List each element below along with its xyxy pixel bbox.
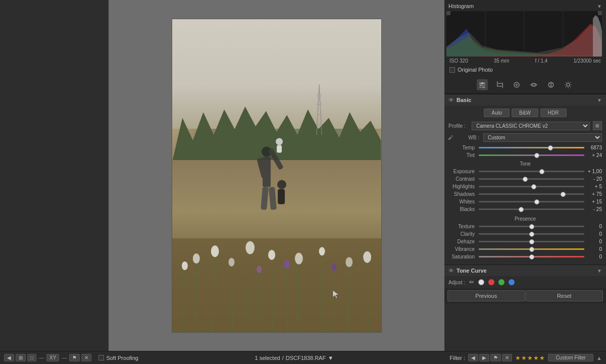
- basic-panel-content: Auto B&W HDR Profile : Camera CLASSIC CH…: [444, 106, 606, 265]
- tint-value: + 24: [584, 152, 602, 158]
- status-collapse-btn[interactable]: ▲: [596, 355, 602, 361]
- blacks-track[interactable]: [479, 209, 584, 210]
- original-photo-checkbox[interactable]: [449, 67, 455, 73]
- clarity-thumb[interactable]: [529, 232, 534, 237]
- profile-grid-btn[interactable]: ⊞: [593, 121, 602, 130]
- nav-reject-btn[interactable]: ✕: [502, 354, 512, 361]
- basic-panel-header[interactable]: 👁 Basic ▼: [444, 94, 606, 106]
- tc-dot-green[interactable]: [498, 279, 504, 285]
- texture-thumb[interactable]: [529, 224, 534, 229]
- tool-redeye-icon[interactable]: [528, 79, 539, 90]
- tool-heal-icon[interactable]: [511, 79, 522, 90]
- vibrance-thumb[interactable]: [529, 247, 534, 252]
- nav-flag-btn[interactable]: ⚑: [490, 354, 501, 361]
- dehaze-track[interactable]: [479, 241, 584, 242]
- tone-curve-header[interactable]: 👁 Tone Curve ▼: [444, 265, 606, 276]
- xy-btn[interactable]: XY: [46, 354, 59, 361]
- star-2[interactable]: ★: [521, 354, 527, 361]
- wb-eyedropper-icon[interactable]: 🖋: [448, 135, 453, 140]
- histogram-collapse-icon[interactable]: ▼: [597, 4, 602, 9]
- exif-aperture: f / 1,4: [535, 58, 547, 64]
- bw-button[interactable]: B&W: [512, 109, 538, 117]
- whites-track[interactable]: [479, 201, 584, 202]
- original-photo-row: Original Photo: [446, 65, 604, 74]
- tone-curve-eye-icon[interactable]: 👁: [448, 268, 454, 274]
- tool-filter-icon[interactable]: [545, 79, 557, 90]
- profile-select[interactable]: Camera CLASSIC CHROME v2: [472, 122, 590, 130]
- shadows-thumb[interactable]: [561, 192, 566, 197]
- histogram-section: Histogram ▼: [444, 0, 606, 76]
- svg-point-28: [245, 241, 255, 254]
- filename-arrow[interactable]: ▼: [328, 355, 333, 361]
- previous-button[interactable]: Previous: [447, 290, 525, 301]
- temp-track[interactable]: [479, 147, 584, 148]
- tint-track[interactable]: [479, 154, 584, 156]
- nav-right-btn[interactable]: ▶: [479, 354, 489, 361]
- vibrance-track[interactable]: [479, 248, 584, 250]
- star-1[interactable]: ★: [515, 354, 521, 361]
- selected-count: 1 selected: [255, 355, 280, 361]
- vibrance-label: Vibrance: [448, 246, 479, 252]
- svg-point-34: [319, 247, 325, 255]
- hdr-button[interactable]: HDR: [540, 109, 567, 117]
- wb-select[interactable]: Custom Auto Daylight Cloudy Shade: [483, 133, 602, 142]
- profile-row: Profile : Camera CLASSIC CHROME v2 ⊞: [448, 121, 602, 130]
- clarity-track[interactable]: [479, 233, 584, 235]
- vibrance-slider-row: Vibrance 0: [448, 246, 602, 252]
- saturation-thumb[interactable]: [529, 254, 534, 259]
- highlights-thumb[interactable]: [531, 184, 536, 189]
- tone-curve-section: 👁 Tone Curve ▼ Adjust : ✏: [444, 265, 606, 288]
- status-right: Filter : ◀ ▶ ⚑ ✕ ★ ★ ★ ★ ★ Custom Filter…: [450, 354, 602, 361]
- tools-row: [444, 76, 606, 94]
- soft-proofing-checkbox[interactable]: [98, 355, 104, 360]
- loupe-view-btn[interactable]: □: [27, 354, 36, 361]
- saturation-track[interactable]: [479, 256, 584, 257]
- star-4[interactable]: ★: [533, 354, 539, 361]
- flag-btn[interactable]: ⚑: [69, 354, 80, 361]
- temp-slider-row: Temp 6873: [448, 145, 602, 150]
- tc-dot-blue[interactable]: [509, 279, 515, 285]
- temp-thumb[interactable]: [548, 145, 553, 150]
- whites-thumb[interactable]: [534, 199, 539, 204]
- highlights-track[interactable]: [479, 186, 584, 187]
- contrast-value: - 20: [584, 176, 602, 182]
- basic-panel-section: 👁 Basic ▼ Auto B&W HDR Profile : Camera …: [444, 94, 606, 265]
- reset-button[interactable]: Reset: [526, 290, 603, 301]
- dehaze-thumb[interactable]: [529, 239, 534, 244]
- saturation-value: 0: [584, 254, 602, 259]
- basic-eye-icon[interactable]: 👁: [448, 97, 454, 103]
- grid-view-btn[interactable]: ⊞: [16, 354, 26, 361]
- prev-photo-btn[interactable]: ◀: [4, 354, 14, 361]
- reject-btn[interactable]: ✕: [81, 354, 91, 361]
- cursor-indicator: [331, 289, 341, 300]
- temp-value: 6873: [584, 145, 602, 150]
- exposure-thumb[interactable]: [539, 169, 544, 174]
- canvas-area: [109, 0, 444, 351]
- highlights-value: + 5: [584, 184, 602, 189]
- clarity-slider-row: Clarity 0: [448, 231, 602, 237]
- nav-left-btn[interactable]: ◀: [468, 354, 478, 361]
- tc-pencil-icon[interactable]: ✏: [469, 279, 474, 286]
- tc-dot-red[interactable]: [488, 279, 494, 285]
- texture-track[interactable]: [479, 226, 584, 227]
- tool-settings-icon[interactable]: [563, 79, 574, 90]
- exif-row: ISO 320 35 mm f / 1,4 1/23000 sec: [446, 57, 604, 65]
- star-3[interactable]: ★: [527, 354, 533, 361]
- svg-rect-58: [497, 86, 502, 87]
- contrast-thumb[interactable]: [523, 177, 528, 182]
- tc-dot-white[interactable]: [478, 279, 484, 285]
- custom-filter-dropdown[interactable]: Custom Filter: [548, 354, 593, 361]
- star-5[interactable]: ★: [539, 354, 545, 361]
- blacks-thumb[interactable]: [519, 207, 524, 212]
- tool-crop-icon[interactable]: [494, 79, 505, 90]
- exif-focal: 35 mm: [494, 58, 510, 64]
- auto-button[interactable]: Auto: [484, 109, 510, 117]
- filter-label: Filter :: [450, 355, 466, 361]
- contrast-track[interactable]: [479, 178, 584, 180]
- tool-basic-icon[interactable]: [477, 79, 488, 90]
- tint-thumb[interactable]: [534, 153, 539, 158]
- texture-label: Texture: [448, 224, 479, 229]
- shadows-track[interactable]: [479, 193, 584, 195]
- exposure-track[interactable]: [479, 171, 584, 172]
- svg-rect-14: [261, 187, 269, 210]
